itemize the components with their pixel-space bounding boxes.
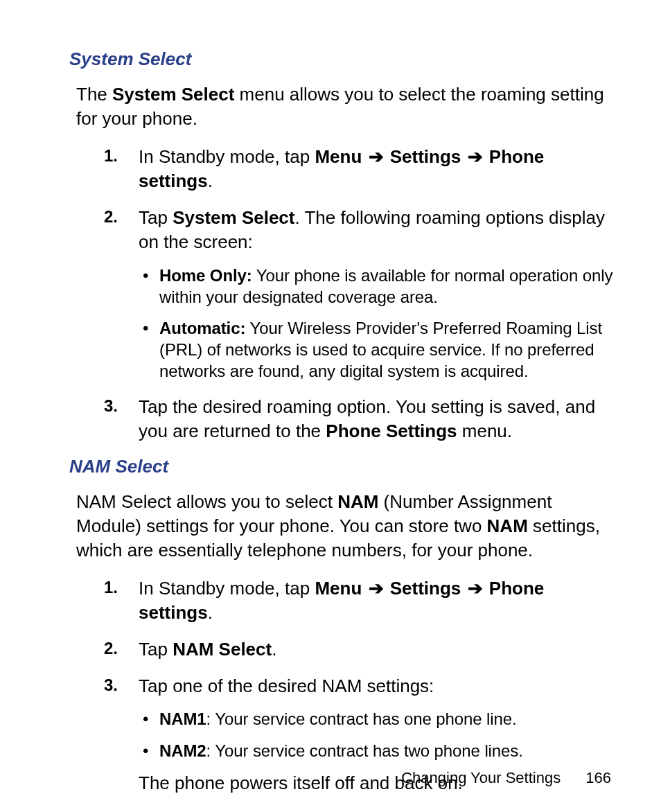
page-footer: Changing Your Settings 166	[401, 769, 611, 787]
text: Tap	[139, 207, 173, 228]
arrow-icon: ➔	[466, 576, 484, 601]
step-item: In Standby mode, tap Menu ➔ Settings ➔ P…	[104, 576, 619, 625]
text-bold: Menu	[315, 146, 362, 167]
bullet-item: NAM2: Your service contract has two phon…	[139, 740, 619, 761]
text: .	[272, 639, 276, 660]
intro-paragraph: The System Select menu allows you to sel…	[76, 82, 619, 131]
bullet-item: Home Only: Your phone is available for n…	[139, 265, 619, 308]
step-item: Tap NAM Select.	[104, 637, 619, 662]
arrow-icon: ➔	[367, 576, 385, 601]
text: NAM Select allows you to select	[76, 491, 337, 512]
text: In Standby mode, tap	[139, 146, 315, 167]
step-item: In Standby mode, tap Menu ➔ Settings ➔ P…	[104, 145, 619, 193]
bullet-list: Home Only: Your phone is available for n…	[139, 265, 619, 382]
text: In Standby mode, tap	[139, 578, 315, 599]
text-bold: Settings	[390, 146, 461, 167]
bullet-item: Automatic: Your Wireless Provider's Pref…	[139, 317, 619, 382]
heading-system-select: System Select	[69, 48, 619, 70]
step-item: Tap the desired roaming option. You sett…	[104, 395, 619, 443]
text: : Your service contract has two phone li…	[206, 741, 523, 760]
heading-nam-select: NAM Select	[69, 456, 619, 477]
text: Tap	[139, 639, 173, 660]
step-item: Tap System Select. The following roaming…	[104, 206, 619, 382]
bullet-list: NAM1: Your service contract has one phon…	[139, 708, 619, 761]
text-bold: Home Only:	[159, 266, 252, 285]
text-bold: Settings	[390, 578, 461, 599]
text-bold: System Select	[112, 84, 234, 105]
text-bold: Automatic:	[159, 319, 245, 337]
text: menu.	[457, 421, 513, 441]
steps-list: In Standby mode, tap Menu ➔ Settings ➔ P…	[104, 145, 619, 443]
bullet-item: NAM1: Your service contract has one phon…	[139, 708, 619, 730]
text-bold: Menu	[315, 578, 362, 599]
text-bold: NAM	[487, 515, 528, 536]
text: .	[208, 170, 213, 191]
arrow-icon: ➔	[466, 145, 484, 169]
text-bold: NAM Select	[173, 639, 272, 660]
text-bold: NAM	[337, 491, 378, 512]
arrow-icon: ➔	[367, 145, 385, 169]
intro-paragraph: NAM Select allows you to select NAM (Num…	[76, 490, 619, 563]
text: .	[208, 602, 213, 623]
text-bold: NAM2	[159, 741, 206, 760]
text: The	[76, 84, 112, 105]
text-bold: System Select	[173, 207, 294, 228]
text: : Your service contract has one phone li…	[206, 709, 517, 728]
steps-list: In Standby mode, tap Menu ➔ Settings ➔ P…	[104, 576, 619, 795]
page-number: 166	[585, 769, 611, 786]
document-page: System Select The System Select menu all…	[0, 0, 661, 812]
text: Tap one of the desired NAM settings:	[139, 676, 434, 696]
footer-title: Changing Your Settings	[401, 769, 561, 786]
text-bold: NAM1	[159, 709, 206, 728]
text-bold: Phone Settings	[326, 421, 457, 441]
